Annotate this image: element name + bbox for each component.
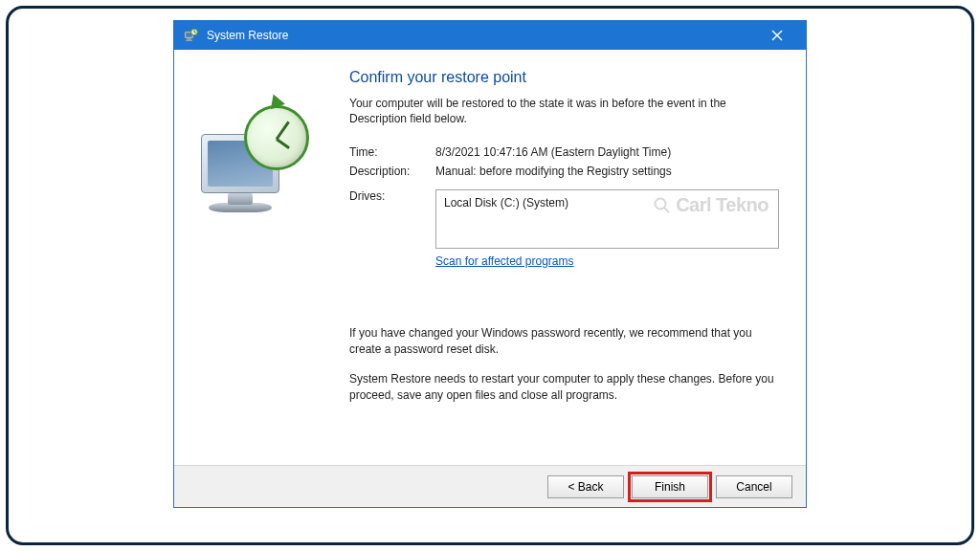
wizard-illustration-pane <box>191 69 349 457</box>
svg-point-9 <box>656 198 666 209</box>
description-value: Manual: before modifying the Registry se… <box>435 165 779 178</box>
close-button[interactable] <box>758 21 796 50</box>
svg-line-10 <box>664 208 669 212</box>
page-subtext: Your computer will be restored to the st… <box>349 96 779 126</box>
finish-button[interactable]: Finish <box>632 475 708 498</box>
watermark-brand: Carl Tekno <box>653 194 768 216</box>
back-button[interactable]: < Back <box>547 475 624 498</box>
drives-item: Local Disk (C:) (System) <box>444 196 568 209</box>
close-icon <box>771 30 783 41</box>
cancel-button[interactable]: Cancel <box>716 475 792 498</box>
description-label: Description: <box>349 165 435 178</box>
page-heading: Confirm your restore point <box>349 69 779 86</box>
drives-listbox[interactable]: Local Disk (C:) (System) Carl Tekno <box>435 189 779 249</box>
wizard-footer: < Back Finish Cancel <box>174 465 806 507</box>
app-icon <box>184 28 199 43</box>
system-restore-window: System Restore <box>173 20 807 508</box>
titlebar[interactable]: System Restore <box>174 21 806 50</box>
system-restore-icon <box>191 88 325 222</box>
drives-label: Drives: <box>349 189 435 249</box>
window-title: System Restore <box>207 29 288 42</box>
password-note: If you have changed your Windows passwor… <box>349 325 779 358</box>
magnifier-icon <box>653 196 672 215</box>
time-label: Time: <box>349 145 435 159</box>
screenshot-frame: System Restore <box>6 6 974 545</box>
restart-note: System Restore needs to restart your com… <box>349 371 779 404</box>
svg-point-3 <box>186 39 192 41</box>
svg-rect-2 <box>188 38 191 40</box>
scan-affected-programs-link[interactable]: Scan for affected programs <box>435 254 574 268</box>
time-value: 8/3/2021 10:47:16 AM (Eastern Daylight T… <box>435 145 779 159</box>
